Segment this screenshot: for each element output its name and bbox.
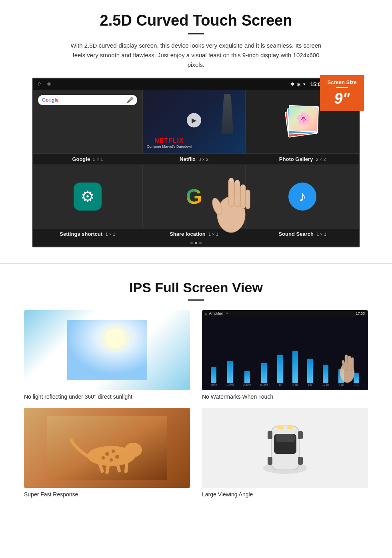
wifi-icon: ▾: [303, 82, 306, 87]
settings-icon-wrap: ⚙: [74, 183, 102, 211]
eq-bar-3: 200hz: [243, 371, 251, 386]
dot-3: [199, 242, 202, 244]
screen-size-badge: Screen Size 9": [320, 75, 364, 111]
app-cell-sound[interactable]: ♪: [246, 165, 359, 229]
app-labels-row2: Settings shortcut 1 × 1 Share location 1…: [33, 229, 359, 239]
section1-title: 2.5D Curved Touch Screen: [24, 12, 368, 29]
svg-point-26: [102, 456, 105, 460]
svg-point-18: [124, 443, 142, 457]
settings-app-size: 1 × 1: [106, 232, 116, 237]
netflix-brand: NETFLIX: [147, 137, 192, 145]
section2: IPS Full Screen View: [0, 272, 392, 510]
google-search-bar[interactable]: Google 🎤: [38, 95, 137, 105]
maps-icon-wrap: G: [186, 185, 202, 209]
netflix-label-cell: Netflix 3 × 2: [142, 154, 246, 165]
ips-item-car: Large Viewing Angle: [202, 408, 368, 498]
section-divider: [0, 263, 392, 264]
svg-rect-38: [287, 426, 293, 429]
google-label-cell: Google 3 × 1: [33, 154, 142, 165]
svg-rect-32: [276, 434, 295, 442]
svg-point-25: [115, 455, 119, 459]
dot-2: [195, 242, 197, 244]
sound-note-icon: ♪: [299, 188, 306, 205]
gallery-stack: 🌸: [284, 106, 320, 138]
netflix-app-size: 3 × 2: [198, 157, 208, 162]
gallery-card-3: 🌸: [288, 105, 319, 132]
eq-status-bar: ⌂ Amplifier ≡ 17:33: [202, 310, 368, 317]
settings-app-name: Settings shortcut: [60, 231, 102, 237]
svg-rect-35: [268, 457, 272, 465]
svg-rect-37: [277, 426, 284, 429]
settings-label-cell: Settings shortcut 1 × 1: [33, 229, 142, 239]
gallery-app-name: Photo Gallery: [279, 156, 313, 162]
ips-caption-cheetah: Super Fast Response: [24, 491, 190, 498]
location-icon: ◉: [297, 82, 301, 87]
eq-bar-7: 10k: [307, 359, 313, 386]
google-logo: Google: [42, 97, 58, 103]
svg-rect-34: [298, 431, 303, 439]
eq-title-text: Amplifier: [209, 311, 223, 315]
svg-point-23: [105, 452, 109, 456]
eq-hand: [336, 349, 360, 386]
car-svg: [245, 416, 325, 480]
mic-icon: 🎤: [126, 97, 133, 103]
svg-rect-14: [351, 357, 354, 371]
svg-point-27: [110, 458, 113, 462]
badge-divider: [336, 87, 348, 88]
flower-image: 🌸: [289, 106, 318, 131]
ips-img-car: [202, 408, 368, 488]
netflix-subtitle: Continue Marvel's Daredevil: [147, 145, 192, 149]
ips-img-equalizer: ⌂ Amplifier ≡ 17:33 60hz: [202, 310, 368, 390]
eq-bar-4: 500hz: [260, 363, 268, 386]
maps-label-cell: Share location 1 × 1: [142, 229, 246, 239]
daredevil-figure: [217, 94, 237, 134]
section1-description: With 2.5D curved-display screen, this de…: [68, 41, 324, 70]
ips-caption-sunlight: No light reflecting under 360° direct su…: [24, 393, 190, 400]
maps-g-icon: G: [186, 185, 202, 209]
app-cell-netflix[interactable]: ▶ NETFLIX Continue Marvel's Daredevil: [142, 90, 246, 154]
sound-icon-wrap: ♪: [288, 183, 316, 211]
eq-time: 17:33: [356, 311, 365, 315]
svg-point-10: [101, 324, 129, 352]
app-labels-row1: Google 3 × 1 Netflix 3 × 2 Photo Gallery…: [33, 154, 359, 165]
ips-item-cheetah: Super Fast Response: [24, 408, 190, 498]
gallery-label-cell: Photo Gallery 2 × 2: [246, 154, 359, 165]
app-cell-settings[interactable]: ⚙: [33, 165, 142, 229]
svg-rect-33: [268, 431, 272, 439]
sound-label-cell: Sound Search 1 × 1: [246, 229, 359, 239]
sunlight-svg: [67, 320, 147, 380]
netflix-app-name: Netflix: [180, 156, 196, 162]
ips-caption-car: Large Viewing Angle: [202, 491, 368, 498]
google-app-size: 3 × 1: [93, 157, 103, 162]
eq-bar-5: 1k: [277, 355, 283, 386]
eq-bar-6: 2.5k: [292, 351, 298, 386]
ips-grid: No light reflecting under 360° direct su…: [24, 310, 368, 498]
home-icon: ⌂: [38, 80, 42, 88]
section2-title-divider: [188, 299, 204, 301]
google-app-name: Google: [72, 156, 90, 162]
svg-rect-36: [298, 457, 303, 465]
eq-bar-8: 12.5k: [322, 365, 329, 386]
maps-app-name: Share location: [170, 231, 206, 237]
bottom-dots: [33, 239, 359, 247]
netflix-play-button[interactable]: ▶: [187, 113, 201, 127]
app-grid-row1: Google 🎤 ▶ NETFLIX: [33, 90, 359, 154]
svg-rect-13: [348, 356, 351, 371]
eq-menu-icon: ≡: [226, 311, 228, 315]
android-screen: ⌂ ⚛ ✱ ◉ ▾ 15:06 📷 🔊 ✕ ▢: [32, 78, 360, 247]
sound-app-name: Sound Search: [278, 231, 313, 237]
eq-bar-1: 60hz: [211, 367, 217, 386]
eq-home-icon: ⌂: [205, 311, 207, 315]
ips-item-equalizer: ⌂ Amplifier ≡ 17:33 60hz: [202, 310, 368, 400]
device-wrapper: Screen Size 9" ⌂ ⚛ ✱ ◉ ▾ 15:06 📷 🔊 ✕: [32, 78, 360, 247]
sound-app-size: 1 × 1: [316, 232, 326, 237]
bluetooth-icon: ✱: [291, 82, 294, 87]
app-cell-google[interactable]: Google 🎤: [33, 90, 142, 154]
ips-img-sunlight: [24, 310, 190, 390]
page: 2.5D Curved Touch Screen With 2.5D curve…: [0, 0, 392, 510]
section1: 2.5D Curved Touch Screen With 2.5D curve…: [0, 0, 392, 255]
gallery-app-size: 2 × 2: [316, 157, 326, 162]
app-cell-maps[interactable]: G: [142, 165, 246, 229]
netflix-label: NETFLIX Continue Marvel's Daredevil: [147, 137, 192, 149]
ips-img-cheetah: [24, 408, 190, 488]
